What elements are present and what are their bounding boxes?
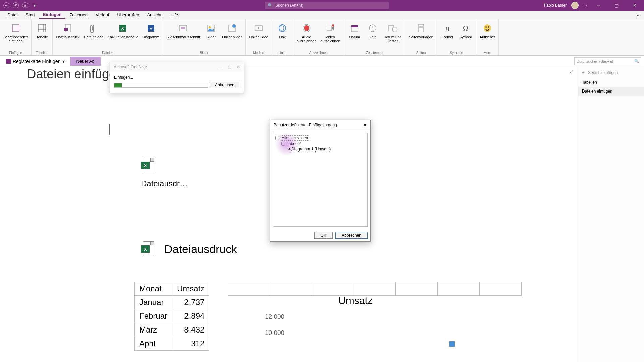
ribbon-label: Seitenvorlagen bbox=[409, 35, 433, 39]
tab-datei[interactable]: Datei bbox=[3, 11, 21, 19]
plus-icon: ＋ bbox=[581, 70, 585, 75]
table-empty-cells bbox=[228, 282, 522, 296]
ribbon-audio[interactable]: Audio aufzeichnen bbox=[295, 21, 318, 50]
progress-dialog: Microsoft OneNote ─ ▢ ✕ Einfügen... Abbr… bbox=[110, 62, 244, 93]
user-avatar[interactable] bbox=[571, 2, 579, 9]
ribbon-video[interactable]: Onlinevideo bbox=[248, 21, 270, 50]
chart-umsatz: Umsatz 12.000 10.000 bbox=[255, 295, 456, 345]
tab-start[interactable]: Start bbox=[21, 11, 39, 19]
data-table: MonatUmsatz Januar2.737 Februar2.894 Mär… bbox=[134, 282, 209, 351]
ribbon-group-label: Medien bbox=[248, 50, 270, 55]
audio-icon bbox=[301, 23, 312, 34]
ribbon-label: Onlinevideo bbox=[249, 35, 268, 39]
chevron-down-icon: ▾ bbox=[62, 59, 65, 64]
add-page-button[interactable]: ＋ Seite hinzufügen bbox=[578, 67, 644, 78]
y-tick: 10.000 bbox=[265, 329, 456, 337]
page-item-dateien[interactable]: Dateien einfügen bbox=[578, 87, 644, 96]
page-search[interactable]: Durchsuchen (Strg+E) 🔍 bbox=[574, 57, 641, 65]
file-printout-2[interactable]: X Dateiausdruck bbox=[141, 241, 237, 257]
ribbon-pictures[interactable]: Bilder bbox=[203, 21, 219, 50]
ribbon-label: Audio aufzeichnen bbox=[297, 35, 316, 43]
sticker-icon bbox=[482, 23, 493, 34]
page-title[interactable]: Dateien einfügen bbox=[27, 67, 577, 81]
dialog-title: Microsoft OneNote bbox=[113, 65, 147, 69]
progress-status: Einfügen... bbox=[114, 75, 239, 80]
checkbox-all[interactable] bbox=[275, 136, 279, 140]
collapse-ribbon-icon[interactable]: ⌄ bbox=[636, 12, 640, 17]
tab-ueberpruefen[interactable]: Überprüfen bbox=[113, 11, 143, 19]
ribbon-label: Bildschirmausschnitt bbox=[166, 35, 200, 39]
user-name[interactable]: Fabio Basler bbox=[544, 3, 567, 8]
ribbon-insert-space[interactable]: Schreibbereich einfügen bbox=[2, 21, 29, 50]
ribbon-table[interactable]: Tabelle bbox=[34, 21, 50, 50]
ribbon-attachment[interactable]: Dateianlage bbox=[83, 21, 105, 50]
insert-tree[interactable]: Alles anzeigen Tabelle1 Diagramm 1 (Umsa… bbox=[273, 133, 368, 227]
tab-hilfe[interactable]: Hilfe bbox=[165, 11, 182, 19]
svg-marker-20 bbox=[258, 27, 260, 29]
close-icon[interactable]: ✕ bbox=[363, 122, 367, 128]
tab-einfuegen[interactable]: Einfügen bbox=[39, 11, 66, 19]
maximize-button[interactable]: ▢ bbox=[610, 0, 623, 11]
tree-item[interactable]: Tabelle1 bbox=[287, 141, 302, 146]
tab-verlauf[interactable]: Verlauf bbox=[92, 11, 113, 19]
ribbon-group-label: Dateien bbox=[55, 50, 161, 55]
ribbon: Schreibbereich einfügenEinfügenTabelleTa… bbox=[0, 19, 644, 56]
dialog-title: Benutzerdefinierter Einfügevorgang bbox=[274, 123, 337, 127]
ribbon-templates[interactable]: Seitenvorlagen bbox=[407, 21, 434, 50]
notebook-selector[interactable]: Registerkarte Einfügen ▾ bbox=[3, 57, 68, 65]
table-row: März8.432 bbox=[135, 323, 209, 337]
ribbon-display-icon[interactable]: ▭ bbox=[583, 3, 587, 8]
tree-item[interactable]: Diagramm 1 (Umsatz) bbox=[291, 147, 331, 152]
templates-icon bbox=[416, 23, 426, 34]
ribbon-label: Bilder bbox=[206, 35, 216, 39]
ribbon-diagram[interactable]: VDiagramm bbox=[141, 21, 161, 50]
ribbon-sticker[interactable]: Aufkleber bbox=[478, 21, 496, 50]
online-pictures-icon bbox=[227, 23, 237, 34]
ribbon-link[interactable]: Link bbox=[274, 21, 291, 50]
search-box[interactable]: 🔍 Suchen (Alt+M) bbox=[265, 2, 389, 9]
svg-text:X: X bbox=[121, 26, 125, 31]
svg-point-22 bbox=[281, 25, 284, 32]
ribbon-date[interactable]: Datum bbox=[346, 21, 363, 50]
tab-zeichnen[interactable]: Zeichnen bbox=[65, 11, 91, 19]
ribbon-group-label: Links bbox=[274, 50, 291, 55]
svg-point-41 bbox=[485, 26, 487, 28]
checkbox-tabelle1[interactable] bbox=[281, 142, 285, 146]
section-tab[interactable]: Neuer Ab bbox=[70, 57, 100, 66]
svg-point-23 bbox=[304, 25, 309, 31]
ribbon-spreadsheet[interactable]: XKalkulationstabelle bbox=[106, 21, 140, 50]
ribbon-online-pictures[interactable]: Onlinebilder bbox=[221, 21, 243, 50]
tree-root[interactable]: Alles anzeigen bbox=[281, 135, 309, 141]
close-button[interactable]: ✕ bbox=[628, 0, 641, 11]
table-icon bbox=[37, 23, 47, 34]
ribbon-group-label: Symbole bbox=[439, 50, 474, 55]
ribbon-file-printout[interactable]: Dateiausdruck bbox=[55, 21, 81, 50]
qat-dropdown-icon[interactable]: ▾ bbox=[32, 2, 38, 8]
page-item-tabellen[interactable]: Tabellen bbox=[578, 78, 644, 87]
ok-button[interactable]: OK bbox=[314, 232, 333, 239]
ribbon-equation[interactable]: πFormel bbox=[439, 21, 456, 50]
close-icon[interactable]: ✕ bbox=[237, 65, 240, 69]
touch-icon[interactable]: ☺ bbox=[22, 2, 28, 8]
custom-insert-dialog: Benutzerdefinierter Einfügevorgang ✕ All… bbox=[270, 120, 371, 242]
ribbon-screenshot[interactable]: Bildschirmausschnitt bbox=[165, 21, 201, 50]
ribbon-datetime[interactable]: Datum und Uhrzeit bbox=[382, 21, 403, 50]
undo-icon[interactable]: ↶ bbox=[13, 2, 19, 8]
cancel-button[interactable]: Abbrechen bbox=[335, 232, 368, 239]
tab-ansicht[interactable]: Ansicht bbox=[143, 11, 165, 19]
ribbon-time[interactable]: Zeit bbox=[364, 21, 381, 50]
back-icon[interactable]: ← bbox=[3, 2, 9, 8]
ribbon-group-label: Zeitstempel bbox=[346, 50, 403, 55]
maximize-icon[interactable]: ▢ bbox=[228, 65, 231, 69]
file-printout-1[interactable]: X Dateiausdr… bbox=[141, 158, 188, 188]
notebook-color-icon bbox=[6, 59, 11, 64]
equation-icon: π bbox=[442, 23, 453, 34]
table-row: Januar2.737 bbox=[135, 296, 209, 309]
cancel-button[interactable]: Abbrechen bbox=[210, 82, 239, 88]
video-icon bbox=[253, 23, 264, 34]
ribbon-video-rec[interactable]: Video aufzeichnen bbox=[319, 21, 341, 50]
ribbon-symbol[interactable]: ΩSymbol bbox=[457, 21, 474, 50]
minimize-icon[interactable]: ─ bbox=[219, 65, 222, 69]
minimize-button[interactable]: ─ bbox=[592, 0, 605, 11]
svg-point-42 bbox=[488, 26, 489, 28]
